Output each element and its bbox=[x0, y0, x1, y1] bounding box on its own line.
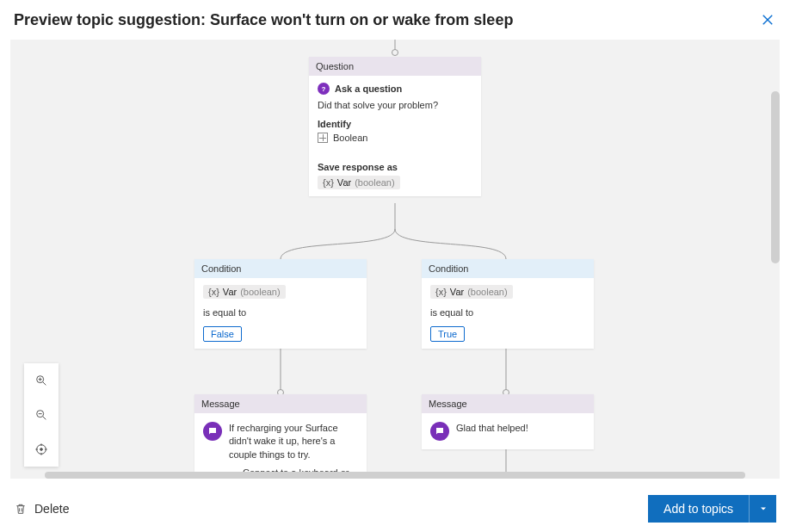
add-to-topics-split-button: Add to topics bbox=[648, 495, 776, 523]
horizontal-scrollbar[interactable] bbox=[45, 472, 745, 479]
ask-question-label: Ask a question bbox=[335, 84, 402, 94]
variable-type: (boolean) bbox=[467, 287, 507, 297]
dialog-header: Preview topic suggestion: Surface won't … bbox=[0, 0, 790, 40]
variable-braces-icon: {x} bbox=[208, 287, 219, 297]
message-text: If recharging your Surface didn't wake i… bbox=[229, 422, 358, 479]
connector-dot bbox=[392, 49, 398, 56]
variable-chip[interactable]: {x} Var (boolean) bbox=[318, 176, 400, 189]
condition-body: {x} Var (boolean) is equal to True bbox=[422, 278, 594, 349]
save-response-label: Save response as bbox=[318, 162, 472, 172]
message-body: Glad that helped! bbox=[422, 413, 594, 449]
condition-value[interactable]: False bbox=[203, 326, 242, 342]
condition-operator: is equal to bbox=[203, 307, 358, 318]
message-header: Message bbox=[194, 394, 367, 413]
variable-name: Var bbox=[450, 287, 464, 297]
svg-line-12 bbox=[43, 417, 46, 419]
question-node-body: ? Ask a question Did that solve your pro… bbox=[309, 76, 481, 196]
message-header: Message bbox=[422, 394, 594, 413]
svg-point-15 bbox=[40, 448, 43, 451]
question-prompt: Did that solve your problem? bbox=[318, 100, 472, 110]
variable-braces-icon: {x} bbox=[435, 287, 447, 297]
condition-node-false[interactable]: Condition {x} Var (boolean) is equal to … bbox=[194, 259, 367, 349]
variable-type: (boolean) bbox=[355, 177, 394, 188]
boolean-type-icon bbox=[318, 133, 328, 143]
variable-type: (boolean) bbox=[240, 287, 280, 297]
identify-type: Boolean bbox=[333, 133, 367, 143]
delete-label: Delete bbox=[34, 502, 69, 516]
variable-chip[interactable]: {x} Var (boolean) bbox=[203, 285, 286, 299]
svg-line-8 bbox=[43, 382, 46, 385]
condition-operator: is equal to bbox=[430, 307, 585, 318]
variable-braces-icon: {x} bbox=[323, 177, 334, 188]
question-icon: ? bbox=[318, 83, 330, 95]
message-node-false[interactable]: Message If recharging your Surface didn'… bbox=[194, 394, 367, 479]
zoom-in-button[interactable] bbox=[24, 363, 59, 398]
zoom-out-button[interactable] bbox=[24, 398, 59, 432]
message-text: Glad that helped! bbox=[456, 422, 528, 435]
condition-header: Condition bbox=[194, 259, 367, 278]
condition-header: Condition bbox=[422, 259, 594, 278]
question-node[interactable]: Question ? Ask a question Did that solve… bbox=[309, 57, 481, 196]
question-node-header: Question bbox=[309, 57, 481, 76]
variable-name: Var bbox=[223, 287, 237, 297]
chevron-down-icon bbox=[758, 504, 768, 514]
trash-icon bbox=[14, 502, 28, 516]
close-button[interactable] bbox=[759, 11, 776, 28]
condition-body: {x} Var (boolean) is equal to False bbox=[194, 278, 367, 349]
identify-label: Identify bbox=[318, 119, 472, 129]
flow-canvas[interactable]: Question ? Ask a question Did that solve… bbox=[10, 40, 780, 479]
add-to-topics-button[interactable]: Add to topics bbox=[648, 495, 749, 523]
condition-node-true[interactable]: Condition {x} Var (boolean) is equal to … bbox=[422, 259, 594, 349]
vertical-scrollbar[interactable] bbox=[771, 91, 780, 263]
dialog-footer: Delete Add to topics bbox=[0, 484, 790, 532]
variable-chip[interactable]: {x} Var (boolean) bbox=[430, 285, 513, 299]
delete-button[interactable]: Delete bbox=[14, 502, 69, 516]
message-body: If recharging your Surface didn't wake i… bbox=[194, 413, 367, 479]
fit-view-button[interactable] bbox=[24, 432, 59, 467]
add-to-topics-chevron[interactable] bbox=[749, 495, 776, 523]
zoom-toolbar bbox=[24, 363, 59, 467]
chat-icon bbox=[430, 422, 449, 441]
condition-value[interactable]: True bbox=[430, 326, 465, 342]
message-node-true[interactable]: Message Glad that helped! bbox=[422, 394, 594, 449]
variable-name: Var bbox=[337, 177, 351, 188]
chat-icon bbox=[203, 422, 222, 441]
dialog-title: Preview topic suggestion: Surface won't … bbox=[14, 11, 513, 29]
